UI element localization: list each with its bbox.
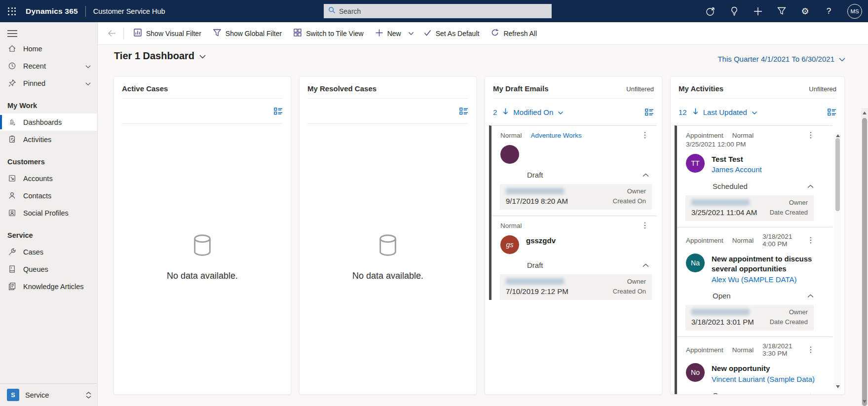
timeframe-label: This Quarter 4/1/2021 To 6/30/2021 (717, 55, 834, 63)
sidebar-item-accounts[interactable]: Accounts (0, 170, 97, 187)
email-list-item[interactable]: Normal Adventure Works ⋮ Draft (491, 126, 657, 216)
more-options-icon[interactable]: ⋮ (807, 346, 815, 354)
sidebar-item-home[interactable]: Home (0, 40, 97, 57)
app-name[interactable]: Customer Service Hub (93, 7, 165, 15)
sidebar-item-dashboards[interactable]: Dashboards (0, 113, 97, 131)
search-input[interactable] (339, 7, 547, 15)
hamburger-menu-icon[interactable] (0, 22, 97, 40)
avatar-initials: gs (506, 241, 514, 249)
sidebar-item-activities[interactable]: Activities (0, 131, 97, 148)
sort-field-label: Modified On (513, 108, 553, 116)
sidebar-item-social-profiles[interactable]: Social Profiles (0, 204, 97, 221)
area-tile: S (7, 389, 19, 401)
sort-control[interactable]: 2 Modified On (493, 108, 564, 116)
activity-stream-list: Appointment Normal ⋮ 3/25/2021 12:00 PM … (675, 125, 832, 395)
sidebar-section-my-work: My Work (0, 92, 97, 113)
gear-icon[interactable]: ⚙ (800, 6, 810, 16)
filter-icon[interactable] (776, 6, 787, 16)
chevron-down-icon[interactable] (85, 79, 91, 87)
chevron-down-icon[interactable] (85, 62, 91, 70)
command-bar-divider (123, 28, 124, 39)
created-label: Created On (613, 288, 646, 295)
scroll-up-arrow[interactable] (863, 111, 867, 114)
user-avatar[interactable]: MS (847, 4, 862, 19)
panel-title: My Draft Emails (493, 84, 549, 93)
set-as-default-button[interactable]: Set As Default (418, 25, 486, 42)
profile-badge-icon (7, 209, 16, 217)
regarding-link[interactable]: Vincent Lauriant (Sample Data) (712, 374, 815, 385)
activity-list-item[interactable]: Appointment Normal 3/18/2021 4:00 PM ⋮ N… (677, 227, 832, 337)
database-icon (377, 233, 399, 262)
sidebar-item-queues[interactable]: Queues (0, 260, 97, 278)
sidebar-item-knowledge-articles[interactable]: Knowledge Articles (0, 278, 97, 295)
scroll-down-arrow[interactable] (836, 385, 840, 388)
regarding-link[interactable]: Alex Wu (SAMPLE DATA) (712, 274, 826, 285)
sidebar-item-label: Knowledge Articles (23, 283, 84, 291)
refresh-icon (491, 29, 499, 38)
collapse-chevron-icon[interactable] (642, 263, 649, 267)
stream-view-selector-icon[interactable] (828, 109, 836, 116)
plus-icon[interactable] (753, 6, 763, 16)
brand-title[interactable]: Dynamics 365 (26, 7, 78, 16)
filter-state-label[interactable]: Unfiltered (809, 85, 836, 93)
scrollbar-thumb[interactable] (862, 118, 867, 406)
email-list-item[interactable]: Normal ⋮ gs gsszgdv Draft (491, 216, 657, 300)
priority-label: Normal (500, 222, 522, 229)
collapse-chevron-icon[interactable] (642, 173, 649, 177)
sidebar-item-contacts[interactable]: Contacts (0, 187, 97, 204)
email-subject: gsszgdv (526, 236, 556, 246)
timeframe-selector[interactable]: This Quarter 4/1/2021 To 6/30/2021 (717, 55, 845, 63)
activity-list-item[interactable]: Appointment Normal 3/18/2021 3:30 PM ⋮ N… (677, 337, 832, 395)
dashboard-selector[interactable]: Tier 1 Dashboard (114, 50, 206, 62)
owner-label: Owner (770, 308, 808, 316)
sort-control[interactable]: 12 Last Updated (679, 108, 757, 116)
refresh-all-button[interactable]: Refresh All (485, 25, 543, 42)
button-label: Set As Default (436, 30, 480, 37)
search-box[interactable] (324, 4, 552, 18)
page-scrollbar[interactable] (861, 108, 868, 406)
compass-icon[interactable] (705, 6, 716, 16)
activity-title: Test Test (712, 154, 762, 164)
scrollbar-thumb[interactable] (835, 138, 840, 211)
back-arrow-icon[interactable] (104, 26, 119, 41)
home-icon (7, 44, 16, 53)
stream-view-selector-icon[interactable] (645, 109, 654, 116)
show-visual-filter-button[interactable]: Show Visual Filter (128, 25, 207, 42)
sidebar-item-cases[interactable]: Cases (0, 243, 97, 260)
area-switcher[interactable]: S Service (0, 383, 97, 406)
record-footer: Owner 3/18/2021 3:01 PM Date Created (685, 305, 814, 331)
panel-scrollbar[interactable] (834, 132, 841, 390)
show-global-filter-button[interactable]: Show Global Filter (207, 25, 288, 42)
waffle-menu-icon[interactable] (0, 0, 24, 22)
pages-icon (7, 282, 16, 291)
priority-label: Normal (500, 132, 522, 139)
filter-state-label[interactable]: Unfiltered (626, 85, 654, 93)
scroll-up-arrow[interactable] (836, 134, 840, 137)
more-options-icon[interactable]: ⋮ (641, 131, 649, 139)
more-options-icon[interactable]: ⋮ (807, 131, 815, 139)
collapse-chevron-icon[interactable] (807, 185, 814, 188)
help-icon[interactable]: ? (824, 6, 834, 16)
sidebar-item-label: Recent (23, 62, 46, 70)
new-button[interactable]: New (370, 25, 407, 42)
collapse-chevron-icon[interactable] (807, 294, 814, 298)
lightbulb-icon[interactable] (729, 6, 739, 16)
panel-active-cases: Active Cases No data available. (113, 76, 291, 395)
priority-label: Normal (732, 346, 754, 354)
more-options-icon[interactable]: ⋮ (807, 236, 815, 244)
stream-view-selector-icon[interactable] (274, 108, 283, 115)
activity-datetime: 3/25/2021 12:00 PM (677, 139, 832, 148)
activity-list-item[interactable]: Appointment Normal ⋮ 3/25/2021 12:00 PM … (677, 126, 832, 227)
sidebar-item-label: Pinned (23, 79, 45, 87)
stream-view-selector-icon[interactable] (459, 108, 468, 115)
activity-type-label: Appointment (686, 132, 723, 139)
scroll-down-arrow[interactable] (863, 400, 867, 403)
collapse-chevron-icon[interactable] (807, 394, 814, 395)
more-options-icon[interactable]: ⋮ (641, 221, 649, 229)
switch-to-tile-view-button[interactable]: Switch to Tile View (288, 25, 369, 42)
regarding-link[interactable]: James Account (712, 164, 762, 175)
sidebar-item-recent[interactable]: Recent (0, 57, 97, 74)
regarding-link[interactable]: Adventure Works (531, 132, 582, 139)
new-dropdown-chevron-icon[interactable] (404, 25, 418, 42)
sidebar-item-pinned[interactable]: Pinned (0, 74, 97, 92)
